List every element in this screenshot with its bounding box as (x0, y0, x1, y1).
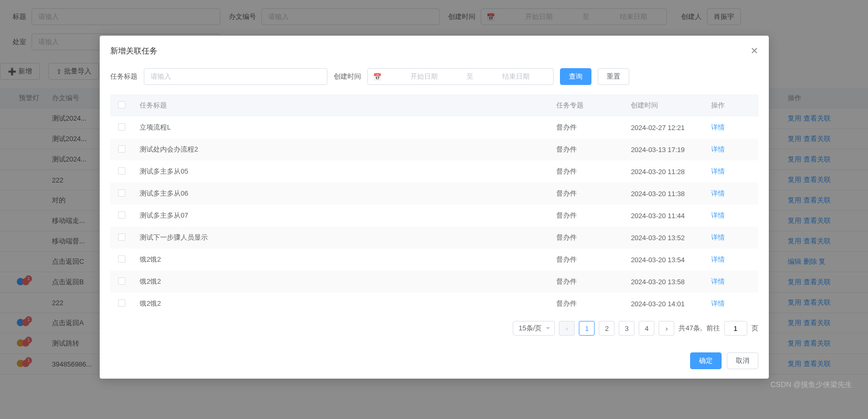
row-checkbox[interactable] (118, 233, 125, 241)
modal-overlay: 新增关联任务 ✕ 任务标题 请输入 创建时间 📅 开始日期 至 结束日期 查询 … (0, 0, 868, 419)
select-all-checkbox[interactable] (110, 94, 134, 116)
page-size-select[interactable]: 15条/页 (513, 321, 555, 336)
cell-title: 饿2饿2 (133, 249, 549, 271)
total-text: 共47条, (679, 324, 702, 333)
add-related-task-modal: 新增关联任务 ✕ 任务标题 请输入 创建时间 📅 开始日期 至 结束日期 查询 … (100, 36, 769, 379)
row-checkbox[interactable] (118, 255, 125, 263)
detail-link[interactable]: 详情 (711, 277, 725, 285)
cell-title: 测试多主多从05 (133, 160, 549, 182)
cell-created: 2024-03-20 13:58 (624, 271, 705, 293)
modal-title: 新增关联任务 (110, 46, 157, 56)
cell-created: 2024-03-20 11:44 (624, 205, 705, 227)
page-button-1[interactable]: 1 (579, 321, 595, 336)
detail-link[interactable]: 详情 (711, 145, 725, 153)
row-checkbox[interactable] (118, 145, 125, 153)
goto-input[interactable] (724, 321, 747, 336)
col-created: 创建时间 (624, 94, 705, 116)
detail-link[interactable]: 详情 (711, 255, 725, 263)
cell-title: 测试处内会办流程2 (133, 138, 549, 160)
row-checkbox[interactable] (118, 211, 125, 219)
row-checkbox[interactable] (118, 167, 125, 175)
cell-topic: 督办件 (550, 271, 624, 293)
cell-title: 立项流程L (133, 116, 549, 138)
cell-created: 2024-02-27 12:21 (624, 116, 705, 138)
pagination: 15条/页 ‹ 1234 › 共47条, 前往 页 (110, 315, 758, 341)
row-checkbox[interactable] (118, 277, 125, 285)
col-task-title: 任务标题 (133, 94, 549, 116)
cell-topic: 督办件 (550, 182, 624, 205)
row-checkbox[interactable] (118, 299, 125, 307)
detail-link[interactable]: 详情 (711, 123, 725, 131)
reset-button[interactable]: 重置 (598, 68, 629, 85)
cell-topic: 督办件 (550, 138, 624, 160)
cell-topic: 督办件 (550, 227, 624, 249)
col-operation: 操作 (705, 94, 758, 116)
cell-title: 测试多主多从07 (133, 205, 549, 227)
table-row: 测试多主多从05督办件2024-03-20 11:28详情 (110, 160, 758, 182)
table-row: 测试处内会办流程2督办件2024-03-13 17:19详情 (110, 138, 758, 160)
cell-title: 饿2饿2 (133, 271, 549, 293)
cell-created: 2024-03-20 14:01 (624, 293, 705, 315)
cell-created: 2024-03-20 11:38 (624, 182, 705, 205)
table-row: 测试多主多从07督办件2024-03-20 11:44详情 (110, 205, 758, 227)
confirm-button[interactable]: 确定 (690, 352, 722, 369)
modal-createtime-range[interactable]: 📅 开始日期 至 结束日期 (367, 68, 554, 85)
page-button-3[interactable]: 3 (619, 321, 634, 336)
close-icon[interactable]: ✕ (750, 45, 758, 57)
prev-page-button[interactable]: ‹ (559, 321, 575, 336)
cell-title: 饿2饿2 (133, 293, 549, 315)
cell-created: 2024-03-20 13:54 (624, 249, 705, 271)
page-button-4[interactable]: 4 (639, 321, 654, 336)
cell-created: 2024-03-13 17:19 (624, 138, 705, 160)
cell-title: 测试多主多从06 (133, 182, 549, 205)
cell-topic: 督办件 (550, 160, 624, 182)
cell-topic: 督办件 (550, 249, 624, 271)
modal-table: 任务标题 任务专题 创建时间 操作 立项流程L督办件2024-02-27 12:… (110, 94, 758, 315)
modal-footer: 确定 取消 (100, 346, 769, 379)
goto-label: 前往 (706, 324, 720, 333)
task-title-label: 任务标题 (110, 72, 137, 81)
detail-link[interactable]: 详情 (711, 189, 725, 197)
goto-suffix: 页 (751, 324, 758, 333)
cell-topic: 督办件 (550, 205, 624, 227)
table-row: 立项流程L督办件2024-02-27 12:21详情 (110, 116, 758, 138)
detail-link[interactable]: 详情 (711, 167, 725, 175)
table-row: 饿2饿2督办件2024-03-20 14:01详情 (110, 293, 758, 315)
modal-header: 新增关联任务 ✕ (100, 36, 769, 66)
cancel-button[interactable]: 取消 (727, 352, 758, 369)
query-button[interactable]: 查询 (560, 68, 591, 85)
cell-created: 2024-03-20 11:28 (624, 160, 705, 182)
modal-createtime-label: 创建时间 (334, 72, 361, 81)
cell-created: 2024-03-20 13:52 (624, 227, 705, 249)
col-task-topic: 任务专题 (550, 94, 624, 116)
cell-topic: 督办件 (550, 293, 624, 315)
calendar-icon: 📅 (373, 73, 382, 81)
table-row: 测试多主多从06督办件2024-03-20 11:38详情 (110, 182, 758, 205)
page-button-2[interactable]: 2 (599, 321, 615, 336)
next-page-button[interactable]: › (659, 321, 674, 336)
task-title-input[interactable]: 请输入 (144, 68, 327, 85)
detail-link[interactable]: 详情 (711, 211, 725, 219)
row-checkbox[interactable] (118, 123, 125, 131)
detail-link[interactable]: 详情 (711, 299, 725, 307)
chevron-left-icon: ‹ (566, 325, 568, 332)
table-row: 饿2饿2督办件2024-03-20 13:54详情 (110, 249, 758, 271)
cell-topic: 督办件 (550, 116, 624, 138)
cell-title: 测试下一步骤人员显示 (133, 227, 549, 249)
table-row: 饿2饿2督办件2024-03-20 13:58详情 (110, 271, 758, 293)
table-row: 测试下一步骤人员显示督办件2024-03-20 13:52详情 (110, 227, 758, 249)
watermark: CSDN @摸鱼少侠梁先生 (770, 380, 852, 390)
modal-filters: 任务标题 请输入 创建时间 📅 开始日期 至 结束日期 查询 重置 (110, 68, 758, 85)
row-checkbox[interactable] (118, 189, 125, 197)
chevron-right-icon: › (665, 325, 668, 332)
detail-link[interactable]: 详情 (711, 233, 725, 241)
